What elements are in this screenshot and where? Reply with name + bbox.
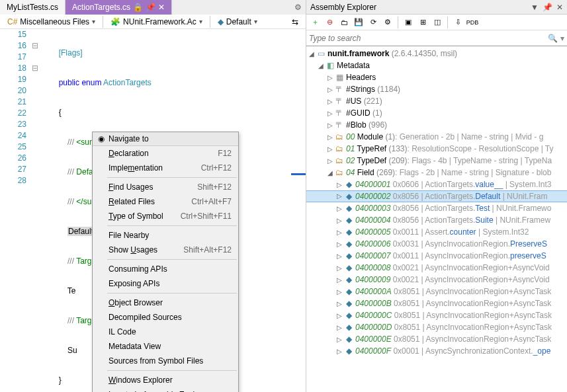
tree-node[interactable]: ▷◆04000006 0x0031 | AsyncInvocationRegio… (306, 238, 567, 250)
compass-icon: ◉ (98, 134, 105, 143)
line-numbers: 1516171819202122232425262728 (0, 29, 32, 392)
tree-node[interactable]: ▷◆04000007 0x0011 | AsyncInvocationRegio… (306, 250, 567, 262)
menu-item-exposing-apis[interactable]: Exposing APIs (93, 276, 238, 291)
tree-node[interactable]: ▷〒#Strings (1184) (306, 83, 567, 95)
collapse-icon[interactable]: ▣ (402, 17, 414, 28)
divider (398, 17, 398, 28)
menu-item-metadata-view[interactable]: Metadata View (93, 339, 238, 354)
search-input[interactable] (309, 34, 548, 43)
menu-item-windows-explorer[interactable]: Windows Explorer (93, 373, 238, 387)
prop-icon[interactable]: ◫ (431, 17, 443, 28)
code-editor[interactable]: 1516171819202122232425262728 ⊟⊟ [Flags] … (0, 29, 306, 392)
tab-actiontargets[interactable]: ActionTargets.cs 🔒 📌 ✕ (65, 0, 172, 15)
menu-item-implementation[interactable]: ImplementationCtrl+F12 (93, 161, 238, 175)
lock-icon: 🔒 (133, 3, 143, 12)
tree-node[interactable]: ▷◆0400000A 0x8051 | AsyncInvocationRegio… (306, 286, 567, 297)
tree-node[interactable]: ▷🗂01 TypeRef (133): ResolutionScope - Re… (306, 143, 567, 155)
tree-node[interactable]: ▷〒#GUID (1) (306, 107, 567, 119)
type-dropdown[interactable]: 🧩 NUnit.Framework.Ac ▾ (106, 16, 207, 28)
assembly-explorer-pane: Assembly Explorer ▼ 📌 ✕ ＋ ⊖ 🗀 💾 ⟳ ⚙ ▣ ⊞ … (306, 0, 567, 392)
tree-node[interactable]: ▷◆04000004 0x8056 | ActionTargets.Suite … (306, 214, 567, 226)
explorer-toolbar: ＋ ⊖ 🗀 💾 ⟳ ⚙ ▣ ⊞ ◫ ⇩ PDB (306, 15, 567, 30)
clear-icon[interactable]: 🗀 (338, 17, 350, 28)
tree-node[interactable]: ▷◆04000005 0x0011 | Assert.counter | Sys… (306, 226, 567, 238)
menu-separator (107, 259, 237, 260)
menu-item-find-usages[interactable]: Find UsagesShift+F12 (93, 180, 238, 194)
menu-item-file-nearby[interactable]: File Nearby (93, 228, 238, 243)
scope-dropdown[interactable]: C# Miscellaneous Files ▾ (3, 16, 100, 28)
refresh-icon[interactable]: ⟳ (367, 17, 379, 28)
gear-icon[interactable]: ⚙ (290, 0, 306, 15)
tab-mylisttests[interactable]: MyListTests.cs (0, 0, 65, 15)
remove-icon[interactable]: ⊖ (324, 17, 335, 28)
pin-icon[interactable]: 📌 (146, 3, 155, 12)
tree-node[interactable]: ▷◆04000001 0x0606 | ActionTargets.value_… (306, 178, 567, 190)
menu-header: ◉ Navigate to (93, 132, 238, 146)
menu-separator (107, 370, 237, 371)
tree-node[interactable]: ◢🗂04 Field (269): Flags - 2b | Name - st… (306, 167, 567, 178)
tab-label: ActionTargets.cs (72, 3, 130, 12)
gear-icon[interactable]: ⚙ (382, 17, 394, 28)
search-dd-icon[interactable]: ▾ (560, 34, 564, 43)
tree-node[interactable]: ▷◆04000002 0x8056 | ActionTargets.Defaul… (306, 190, 567, 202)
close-icon[interactable]: ✕ (556, 3, 563, 12)
export-icon[interactable]: ⇩ (452, 17, 464, 28)
navigate-menu: ◉ Navigate to DeclarationF12Implementati… (92, 132, 239, 392)
attr: [Flags] (59, 48, 83, 58)
menu-item-decompiled-sources[interactable]: Decompiled Sources (93, 310, 238, 325)
panel-title: Assembly Explorer (310, 3, 531, 12)
nav-bar: C# Miscellaneous Files ▾ 🧩 NUnit.Framewo… (0, 15, 306, 29)
window-dropdown-icon[interactable]: ▼ (531, 3, 539, 12)
tree-node[interactable]: ▷〒#Blob (996) (306, 119, 567, 131)
panel-header: Assembly Explorer ▼ 📌 ✕ (306, 0, 567, 15)
tree-node[interactable]: ▷🗂02 TypeDef (209): Flags - 4b | TypeNam… (306, 155, 567, 167)
tree-node[interactable]: ▷◆04000008 0x0021 | AsyncInvocationRegio… (306, 262, 567, 274)
tree-node[interactable]: ▷◆0400000C 0x8051 | AsyncInvocationRegio… (306, 309, 567, 321)
tree[interactable]: ◢▭nunit.framework (2.6.4.14350, msil)◢◧M… (306, 46, 567, 392)
tree-node[interactable]: ◢◧Metadata (306, 59, 567, 71)
add-icon[interactable]: ＋ (309, 17, 321, 28)
divider (447, 17, 448, 28)
scope-label: Miscellaneous Files (20, 17, 89, 26)
tree-node[interactable]: ▷◆0400000E 0x8051 | AsyncInvocationRegio… (306, 333, 567, 345)
tree-node[interactable]: ▷🗂00 Module (1): Generation - 2b | Name … (306, 131, 567, 143)
split-icon[interactable]: ⇆ (287, 16, 303, 28)
locate-icon[interactable]: ⊞ (417, 17, 429, 28)
type-label: NUnit.Framework.Ac (123, 17, 196, 26)
search-box[interactable]: 🔍 ▾ (306, 30, 567, 46)
menu-separator (107, 293, 237, 294)
close-icon[interactable]: ✕ (158, 3, 165, 12)
tree-node[interactable]: ▷◆0400000D 0x8051 | AsyncInvocationRegio… (306, 321, 567, 333)
menu-item-related-files[interactable]: Related FilesCtrl+Alt+F7 (93, 194, 238, 209)
menu-item-object-browser[interactable]: Object Browser (93, 295, 238, 310)
marker-bar (291, 173, 306, 175)
divider (103, 16, 103, 28)
menu-item-type-of-symbol[interactable]: Type of SymbolCtrl+Shift+F11 (93, 209, 238, 223)
menu-item-consuming-apis[interactable]: Consuming APIs (93, 262, 238, 276)
pin-icon[interactable]: 📌 (543, 3, 552, 12)
tree-node[interactable]: ▷◆04000003 0x8056 | ActionTargets.Test |… (306, 202, 567, 214)
fold-gutter: ⊟⊟ (32, 29, 41, 392)
tree-node[interactable]: ▷◆04000009 0x0021 | AsyncInvocationRegio… (306, 274, 567, 286)
editor-pane: MyListTests.cs ActionTargets.cs 🔒 📌 ✕ ⚙ … (0, 0, 306, 392)
tree-node[interactable]: ▷◆0400000F 0x0001 | AsyncSynchronization… (306, 345, 567, 357)
tree-node[interactable]: ▷▦Headers (306, 71, 567, 83)
pdb-icon[interactable]: PDB (466, 17, 478, 28)
tab-bar: MyListTests.cs ActionTargets.cs 🔒 📌 ✕ ⚙ (0, 0, 306, 15)
tree-node[interactable]: ▷◆0400000B 0x8051 | AsyncInvocationRegio… (306, 297, 567, 309)
menu-item-il-code[interactable]: IL Code (93, 325, 238, 339)
save-icon[interactable]: 💾 (353, 17, 365, 28)
menu-separator (107, 225, 237, 226)
tree-node[interactable]: ◢▭nunit.framework (2.6.4.14350, msil) (306, 48, 567, 59)
search-icon[interactable]: 🔍 (548, 34, 558, 43)
tab-label: MyListTests.cs (7, 3, 58, 12)
menu-item-sources-from-symbol-files[interactable]: Sources from Symbol Files (93, 354, 238, 368)
menu-item-locate-in-assembly-explorer[interactable]: Locate in Assembly Explorer (93, 387, 238, 392)
menu-item-declaration[interactable]: DeclarationF12 (93, 146, 238, 161)
tree-node[interactable]: ▷〒#US (221) (306, 95, 567, 107)
divider (210, 16, 210, 28)
menu-item-show-usages[interactable]: Show UsagesShift+Alt+F12 (93, 243, 238, 257)
member-dropdown[interactable]: ◆ Default ▾ (213, 16, 262, 28)
menu-separator (107, 177, 237, 178)
selected-token: Default (67, 227, 94, 236)
